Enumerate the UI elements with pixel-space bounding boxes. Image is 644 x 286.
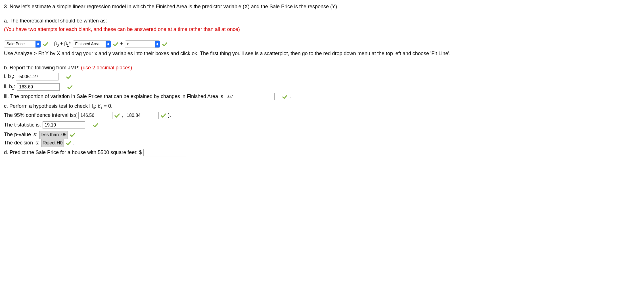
chevron-updown-icon <box>155 41 160 47</box>
period: . <box>73 139 74 147</box>
b0-row: i. b0: <box>4 72 640 81</box>
check-icon <box>282 94 288 100</box>
tstat-label: The t-statistic is: <box>4 121 41 129</box>
model-equation-row: Sale Price = β0 + β1* Finished Area + ε <box>4 40 640 48</box>
part-a-note: (You have two attempts for each blank, a… <box>4 26 640 34</box>
pval-label: The p-value is: <box>4 131 37 139</box>
ci-close: ). <box>168 111 171 119</box>
tstat-row: The t-statistic is: <box>4 121 640 129</box>
tstat-input[interactable] <box>43 121 85 129</box>
dropdown-error-text: ε <box>127 41 153 47</box>
b1-row: ii. b1: <box>4 83 640 91</box>
dropdown-x-text: Finished Area <box>75 41 104 47</box>
part-a-label: a. The theoretical model should be writt… <box>4 17 640 25</box>
decision-chip[interactable]: Reject H0 <box>41 139 64 147</box>
check-icon <box>93 122 98 128</box>
r2-input[interactable] <box>225 93 275 100</box>
decision-row: The decision is: Reject H0 . <box>4 139 640 147</box>
plus-text: + <box>120 40 123 48</box>
part-c-label: c. Perform a hypothesis test to check H0… <box>4 102 640 111</box>
comma: , <box>122 111 123 119</box>
b1-label: ii. b1: <box>4 83 15 91</box>
decision-label: The decision is: <box>4 139 39 147</box>
check-icon <box>43 41 48 47</box>
check-icon <box>70 132 75 138</box>
check-icon <box>113 41 118 47</box>
dropdown-y-text: Sale Price <box>7 41 34 47</box>
part-d-label: d. Predict the Sale Price for a house wi… <box>4 149 142 157</box>
pval-row: The p-value is: less than .05 <box>4 131 640 139</box>
biii-row: iii. The proportion of variation in Sale… <box>4 93 640 101</box>
check-icon <box>162 41 168 47</box>
question-intro: 3. Now let's estimate a simple linear re… <box>4 3 640 11</box>
b0-label: i. b0: <box>4 72 14 81</box>
part-b-label: b. Report the following from JMP: (use 2… <box>4 64 640 72</box>
ci-label: The 95% confidence interval is:( <box>4 111 77 119</box>
ci-row: The 95% confidence interval is:( , ). <box>4 111 640 119</box>
eq-text: = β0 + β1* <box>50 40 71 48</box>
check-icon <box>67 84 73 90</box>
check-icon <box>114 113 120 118</box>
analyze-hint: Use Analyze > Fit Y by X and drag your x… <box>4 50 640 58</box>
dropdown-y-variable[interactable]: Sale Price <box>4 40 41 48</box>
period: . <box>289 93 291 101</box>
dropdown-x-variable[interactable]: Finished Area <box>73 40 111 48</box>
ci-lower-input[interactable] <box>78 112 112 119</box>
prediction-input[interactable] <box>143 149 186 156</box>
b0-input[interactable] <box>16 73 58 80</box>
check-icon <box>66 140 71 146</box>
dropdown-error-term[interactable]: ε <box>125 40 160 48</box>
b1-input[interactable] <box>17 83 60 91</box>
check-icon <box>160 113 166 118</box>
check-icon <box>66 74 72 80</box>
chevron-updown-icon <box>35 41 41 47</box>
part-d-row: d. Predict the Sale Price for a house wi… <box>4 149 640 157</box>
chevron-updown-icon <box>106 41 111 47</box>
pval-chip[interactable]: less than .05 <box>39 131 68 139</box>
ci-upper-input[interactable] <box>125 112 159 119</box>
biii-label: iii. The proportion of variation in Sale… <box>4 93 223 101</box>
